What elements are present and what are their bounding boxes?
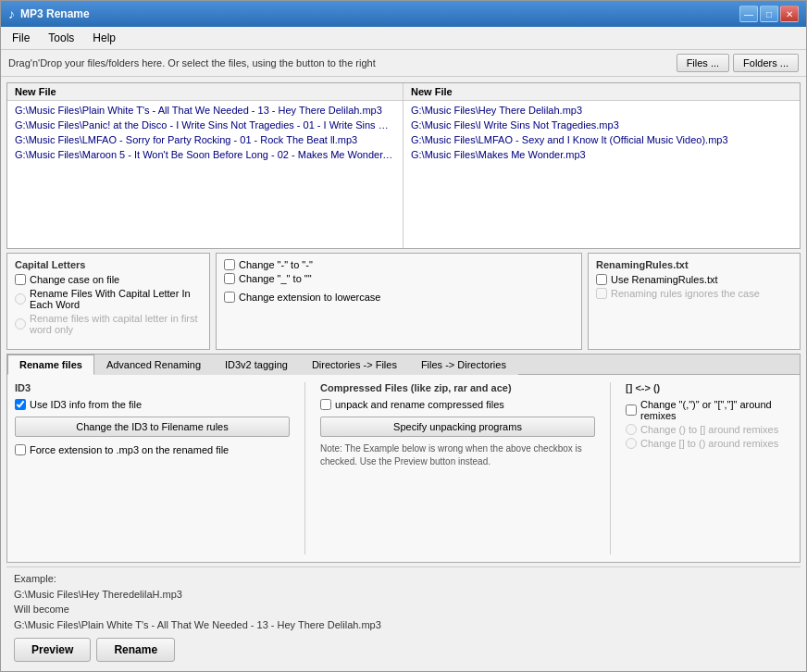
change-extension-label: Change extension to lowercase [239,292,380,303]
folders-button[interactable]: Folders ... [733,54,799,72]
change-case-checkbox[interactable] [15,274,26,285]
toolbar: Drag'n'Drop your files/folders here. Or … [1,50,806,77]
use-rules-label: Use RenamingRules.txt [611,274,718,285]
ignores-case-label: Renaming rules ignores the case [611,288,760,299]
section-divider-1 [304,382,305,554]
list-item[interactable]: G:\Music Files\I Write Sins Not Tragedie… [404,118,800,132]
specify-unpacking-button[interactable]: Specify unpacking programs [320,417,595,437]
tab-directories-files[interactable]: Directories -> Files [300,355,409,375]
compressed-title: Compressed Files (like zip, rar and ace) [320,382,595,393]
window-title: MP3 Rename [20,7,90,20]
menu-file[interactable]: File [5,29,37,47]
file-col-renamed: G:\Music Files\Hey There Delilah.mp3 G:\… [404,101,800,248]
menu-bar: File Tools Help [1,27,806,50]
change-extension-checkbox[interactable] [224,292,235,303]
renaming-rules-panel: RenamingRules.txt Use RenamingRules.txt … [588,253,801,350]
capital-letters-panel: Capital Letters Change case on file Rena… [6,253,210,350]
rename-capital-first-radio[interactable] [15,318,26,330]
example-label: Example: [14,573,56,584]
menu-help[interactable]: Help [85,29,123,47]
rename-capital-each-label: Rename Files With Capital Letter In Each… [30,288,202,310]
change-dash-label: Change "-" to "-" [239,259,313,270]
file-list-header: New File New File [7,83,800,101]
title-bar: ♪ MP3 Rename — □ ✕ [1,1,806,27]
close-button[interactable]: ✕ [780,6,799,22]
example-line3: G:\Music Files\Plain White T's - All Tha… [14,619,381,630]
bottom-area: Example: G:\Music Files\Hey TheredelilaH… [6,566,801,666]
change-to-square-label: Change () to [] around remixes [640,424,778,435]
rename-options-panel: Change "-" to "-" Change "_" to "" Chang… [216,253,582,350]
list-item[interactable]: G:\Music Files\Maroon 5 - It Won't Be So… [7,147,403,162]
change-to-round-radio[interactable] [626,438,637,449]
use-id3-checkbox[interactable] [15,399,26,410]
tabs-section: Rename files Advanced Renaming ID3v2 tag… [6,354,801,563]
list-item[interactable]: G:\Music Files\Hey There Delilah.mp3 [404,103,800,118]
compressed-section: Compressed Files (like zip, rar and ace)… [320,382,595,554]
remixes-title: [] <-> () [626,382,792,393]
rename-capital-each-radio[interactable] [15,293,26,305]
change-remixes-checkbox[interactable] [626,404,637,416]
unpack-checkbox[interactable] [320,399,331,410]
tab-advanced-renaming[interactable]: Advanced Renaming [94,355,213,375]
remixes-section: [] <-> () Change "(,")" or "[","]" aroun… [626,382,792,554]
capital-letters-title: Capital Letters [15,259,202,270]
preview-button[interactable]: Preview [14,638,91,662]
minimize-button[interactable]: — [739,6,758,22]
window-controls: — □ ✕ [739,6,799,22]
tab-rename-files[interactable]: Rename files [7,355,94,375]
force-extension-label: Force extension to .mp3 on the renamed f… [30,444,229,455]
change-dash-checkbox[interactable] [224,259,235,270]
list-item[interactable]: G:\Music Files\Makes Me Wonder.mp3 [404,147,800,162]
section-divider-2 [610,382,611,554]
menu-tools[interactable]: Tools [41,29,81,47]
change-underscore-label: Change "_" to "" [239,273,312,284]
force-extension-checkbox[interactable] [15,444,26,455]
change-id3-rules-button[interactable]: Change the ID3 to Filename rules [15,417,290,437]
ignores-case-checkbox[interactable] [596,288,607,299]
list-item[interactable]: G:\Music Files\Plain White T's - All Tha… [7,103,403,118]
use-id3-label: Use ID3 info from the file [30,399,142,410]
will-become-label: Will become [14,604,69,615]
col1-header: New File [7,83,404,100]
list-item[interactable]: G:\Music Files\LMFAO - Sexy and I Know I… [404,132,800,147]
file-list-body: G:\Music Files\Plain White T's - All Tha… [7,101,800,248]
rename-capital-first-label: Rename files with capital letter in firs… [30,313,202,335]
example-text: Example: G:\Music Files\Hey TheredelilaH… [14,571,793,632]
unpack-label: unpack and rename compressed files [335,399,504,410]
change-remixes-label: Change "(,")" or "[","]" around remixes [640,399,792,421]
example-line1: G:\Music Files\Hey TheredelilaH.mp3 [14,589,182,600]
list-item[interactable]: G:\Music Files\LMFAO - Sorry for Party R… [7,132,403,147]
change-case-label: Change case on file [30,274,119,285]
list-item[interactable]: G:\Music Files\Panic! at the Disco - I W… [7,118,403,132]
tab-files-directories[interactable]: Files -> Directories [409,355,518,375]
tab-content: ID3 Use ID3 info from the file Change th… [7,375,800,562]
change-to-square-radio[interactable] [626,424,637,435]
drag-drop-text: Drag'n'Drop your files/folders here. Or … [8,57,376,68]
col2-header: New File [404,83,800,100]
id3-title: ID3 [15,382,290,393]
file-list-container: New File New File G:\Music Files\Plain W… [6,82,801,249]
tab-id3v2-tagging[interactable]: ID3v2 tagging [213,355,300,375]
change-to-round-label: Change [] to () around remixes [640,438,778,449]
maximize-button[interactable]: □ [760,6,778,22]
rename-button[interactable]: Rename [96,638,175,662]
files-button[interactable]: Files ... [677,54,729,72]
renaming-rules-title: RenamingRules.txt [596,259,792,270]
change-underscore-checkbox[interactable] [224,273,235,284]
content-area: New File New File G:\Music Files\Plain W… [1,77,806,671]
compressed-note: Note: The Example below is wrong when th… [320,442,595,468]
app-icon: ♪ [8,6,15,21]
tabs-bar: Rename files Advanced Renaming ID3v2 tag… [7,355,800,375]
file-col-original: G:\Music Files\Plain White T's - All Tha… [7,101,404,248]
use-rules-checkbox[interactable] [596,274,607,285]
id3-section: ID3 Use ID3 info from the file Change th… [15,382,290,554]
